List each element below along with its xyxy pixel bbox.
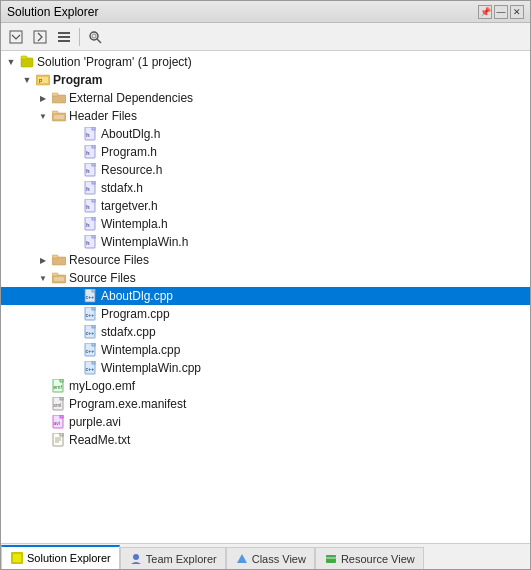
stdafx-cpp[interactable]: c++ stdafx.cpp bbox=[1, 323, 530, 341]
purple-avi[interactable]: avi purple.avi bbox=[1, 413, 530, 431]
forward-button[interactable] bbox=[29, 26, 51, 48]
stdafx-h[interactable]: h stdafx.h bbox=[1, 179, 530, 197]
toolbar-separator bbox=[79, 28, 80, 46]
cpp-file-icon5: c++ bbox=[83, 360, 99, 376]
svg-text:h: h bbox=[86, 168, 90, 174]
stdafx-cpp-label: stdafx.cpp bbox=[101, 325, 156, 339]
find-button[interactable] bbox=[84, 26, 106, 48]
properties-button[interactable] bbox=[53, 26, 75, 48]
svg-point-5 bbox=[90, 32, 98, 40]
title-buttons: 📌 — ✕ bbox=[478, 5, 524, 19]
svg-rect-69 bbox=[60, 433, 63, 436]
program-cpp[interactable]: c++ Program.cpp bbox=[1, 305, 530, 323]
resource-h[interactable]: h Resource.h bbox=[1, 161, 530, 179]
header-files-icon bbox=[51, 108, 67, 124]
class-view-tab-label: Class View bbox=[252, 553, 306, 565]
svg-rect-54 bbox=[92, 343, 95, 346]
h-file-icon3: h bbox=[83, 162, 99, 178]
ext-deps-icon bbox=[51, 90, 67, 106]
svg-text:h: h bbox=[86, 222, 90, 228]
txt-icon bbox=[51, 432, 67, 448]
mylogo-emf[interactable]: emf myLogo.emf bbox=[1, 377, 530, 395]
tab-solution-explorer[interactable]: Solution Explorer bbox=[1, 545, 120, 569]
back-button[interactable] bbox=[5, 26, 27, 48]
wintemplawin-h-label: WintemplaWin.h bbox=[101, 235, 188, 249]
wintemplawin-cpp-label: WintemplaWin.cpp bbox=[101, 361, 201, 375]
tab-class-view[interactable]: Class View bbox=[226, 547, 315, 569]
svg-text:h: h bbox=[86, 186, 90, 192]
svg-text:c++: c++ bbox=[86, 294, 95, 300]
program-h[interactable]: h Program.h bbox=[1, 143, 530, 161]
cpp-file-icon3: c++ bbox=[83, 324, 99, 340]
minimize-button[interactable]: — bbox=[494, 5, 508, 19]
svg-rect-3 bbox=[58, 36, 70, 38]
header-files-folder[interactable]: ▼ Header Files bbox=[1, 107, 530, 125]
aboutdlg-cpp[interactable]: c++ AboutDlg.cpp bbox=[1, 287, 530, 305]
svg-rect-0 bbox=[10, 31, 22, 43]
svg-rect-4 bbox=[58, 40, 70, 42]
aboutdlg-cpp-label: AboutDlg.cpp bbox=[101, 289, 173, 303]
program-project[interactable]: ▼ P Program bbox=[1, 71, 530, 89]
svg-text:c++: c++ bbox=[86, 366, 95, 372]
svg-rect-16 bbox=[52, 111, 58, 114]
wintempla-h-label: Wintempla.h bbox=[101, 217, 168, 231]
wintempla-h[interactable]: h Wintempla.h bbox=[1, 215, 530, 233]
svg-rect-51 bbox=[92, 325, 95, 328]
source-files-label: Source Files bbox=[69, 271, 136, 285]
svg-rect-17 bbox=[54, 115, 64, 119]
wintempla-cpp-label: Wintempla.cpp bbox=[101, 343, 180, 357]
toolbar bbox=[1, 23, 530, 51]
tab-resource-view[interactable]: Resource View bbox=[315, 547, 424, 569]
solution-explorer-tab-icon bbox=[10, 551, 24, 565]
program-expander: ▼ bbox=[19, 72, 35, 88]
program-cpp-label: Program.cpp bbox=[101, 307, 170, 321]
svg-rect-19 bbox=[92, 127, 95, 130]
svg-text:c++: c++ bbox=[86, 348, 95, 354]
wintemplawin-h[interactable]: h WintemplaWin.h bbox=[1, 233, 530, 251]
purple-avi-label: purple.avi bbox=[69, 415, 121, 429]
readme-txt[interactable]: ReadMe.txt bbox=[1, 431, 530, 449]
aboutdlg-h-label: AboutDlg.h bbox=[101, 127, 160, 141]
solution-expander: ▼ bbox=[3, 54, 19, 70]
bottom-tabs: Solution Explorer Team Explorer Class Vi… bbox=[1, 543, 530, 569]
svg-rect-77 bbox=[326, 555, 336, 563]
svg-rect-74 bbox=[13, 554, 21, 562]
program-manifest[interactable]: xml Program.exe.manifest bbox=[1, 395, 530, 413]
svg-text:emf: emf bbox=[54, 384, 63, 390]
wintempla-cpp[interactable]: c++ Wintempla.cpp bbox=[1, 341, 530, 359]
tab-team-explorer[interactable]: Team Explorer bbox=[120, 547, 226, 569]
svg-text:xml: xml bbox=[54, 402, 62, 408]
h-file-icon2: h bbox=[83, 144, 99, 160]
svg-text:h: h bbox=[86, 150, 90, 156]
project-icon: P bbox=[35, 72, 51, 88]
ext-deps-folder[interactable]: ▶ External Dependencies bbox=[1, 89, 530, 107]
svg-rect-34 bbox=[92, 217, 95, 220]
svg-text:h: h bbox=[86, 132, 90, 138]
cpp-file-icon4: c++ bbox=[83, 342, 99, 358]
source-files-expander: ▼ bbox=[35, 270, 51, 286]
svg-rect-40 bbox=[52, 255, 58, 258]
solution-label: Solution 'Program' (1 project) bbox=[37, 55, 192, 69]
solution-explorer-tab-label: Solution Explorer bbox=[27, 552, 111, 564]
solution-icon bbox=[19, 54, 35, 70]
resource-files-expander: ▶ bbox=[35, 252, 51, 268]
cpp-file-icon: c++ bbox=[83, 288, 99, 304]
wintemplawin-cpp[interactable]: c++ WintemplaWin.cpp bbox=[1, 359, 530, 377]
close-button[interactable]: ✕ bbox=[510, 5, 524, 19]
svg-rect-43 bbox=[54, 277, 64, 281]
svg-point-75 bbox=[133, 554, 139, 560]
solution-root[interactable]: ▼ Solution 'Program' (1 project) bbox=[1, 53, 530, 71]
aboutdlg-h[interactable]: h AboutDlg.h bbox=[1, 125, 530, 143]
emf-icon: emf bbox=[51, 378, 67, 394]
svg-text:c++: c++ bbox=[86, 312, 95, 318]
tree-content[interactable]: ▼ Solution 'Program' (1 project) ▼ P Pro… bbox=[1, 51, 530, 543]
program-label: Program bbox=[53, 73, 102, 87]
resource-files-folder[interactable]: ▶ Resource Files bbox=[1, 251, 530, 269]
svg-rect-25 bbox=[92, 163, 95, 166]
svg-rect-37 bbox=[92, 235, 95, 238]
source-files-folder[interactable]: ▼ Source Files bbox=[1, 269, 530, 287]
pin-button[interactable]: 📌 bbox=[478, 5, 492, 19]
svg-rect-22 bbox=[92, 145, 95, 148]
targetver-h[interactable]: h targetver.h bbox=[1, 197, 530, 215]
header-files-expander: ▼ bbox=[35, 108, 51, 124]
